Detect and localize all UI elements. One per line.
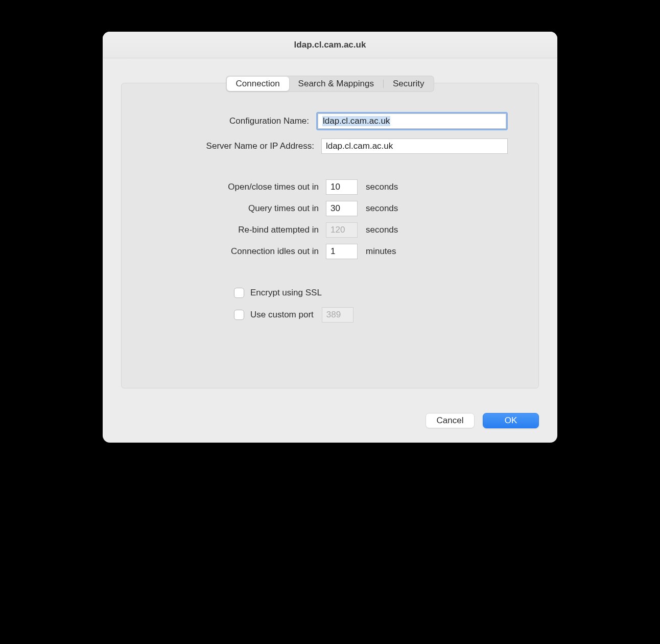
encrypt-ssl-label: Encrypt using SSL	[250, 288, 322, 298]
tab-connection[interactable]: Connection	[227, 77, 289, 91]
tab-security-label: Security	[393, 79, 424, 88]
ok-button[interactable]: OK	[483, 413, 539, 428]
cancel-button[interactable]: Cancel	[426, 413, 475, 428]
configuration-name-value: ldap.cl.cam.ac.uk	[322, 116, 390, 126]
idle-timeout-label: Connection idles out in	[152, 246, 326, 257]
tab-segmented-control: Connection Search & Mappings Security	[226, 76, 435, 92]
dialog-sheet: ldap.cl.cam.ac.uk Connection Search & Ma…	[103, 32, 557, 443]
configuration-name-field[interactable]: ldap.cl.cam.ac.uk	[318, 113, 506, 129]
focus-ring: ldap.cl.cam.ac.uk	[316, 112, 508, 130]
encrypt-ssl-checkbox[interactable]	[234, 288, 244, 298]
minutes-label: minutes	[366, 246, 396, 257]
seconds-label: seconds	[366, 225, 398, 235]
rebind-timeout-label: Re-bind attempted in	[152, 225, 326, 235]
query-timeout-label: Query times out in	[152, 203, 326, 214]
seconds-label: seconds	[366, 182, 398, 192]
custom-port-label: Use custom port	[250, 310, 314, 320]
tab-search-mappings-label: Search & Mappings	[298, 79, 374, 88]
custom-port-field	[322, 307, 353, 323]
content-area: Connection Search & Mappings Security Co…	[103, 58, 557, 401]
open-close-timeout-field[interactable]	[326, 179, 358, 195]
window-title: ldap.cl.cam.ac.uk	[294, 40, 366, 50]
query-timeout-field[interactable]	[326, 201, 358, 216]
encrypt-ssl-row: Encrypt using SSL	[234, 288, 508, 298]
idle-timeout-field[interactable]	[326, 244, 358, 259]
configuration-name-label: Configuration Name:	[152, 116, 316, 126]
dialog-footer: Cancel OK	[103, 401, 557, 443]
server-name-label: Server Name or IP Address:	[152, 141, 321, 151]
ok-button-label: OK	[505, 416, 517, 426]
tab-connection-label: Connection	[236, 79, 280, 88]
tab-search-mappings[interactable]: Search & Mappings	[289, 77, 383, 91]
custom-port-row: Use custom port	[234, 307, 508, 323]
tab-security[interactable]: Security	[384, 77, 433, 91]
rebind-timeout-field	[326, 222, 358, 238]
connection-group: Configuration Name: ldap.cl.cam.ac.uk Se…	[121, 83, 539, 388]
server-name-field[interactable]	[321, 139, 508, 154]
open-close-timeout-label: Open/close times out in	[152, 182, 326, 192]
cancel-button-label: Cancel	[437, 416, 464, 426]
titlebar: ldap.cl.cam.ac.uk	[103, 32, 557, 58]
seconds-label: seconds	[366, 203, 398, 214]
custom-port-checkbox[interactable]	[234, 310, 244, 320]
